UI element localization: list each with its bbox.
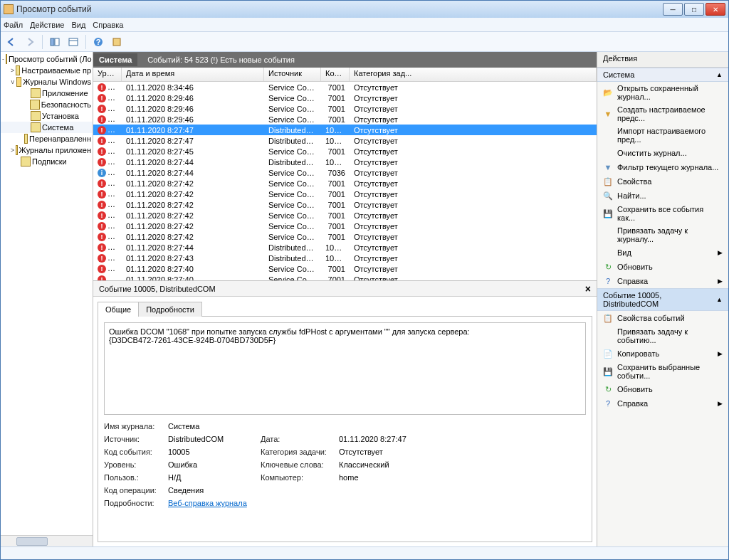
action-item[interactable]: 💾Сохранить все события как... xyxy=(597,203,728,224)
action-item[interactable]: Импорт настраиваемого пред... xyxy=(597,125,728,146)
table-row[interactable]: !О...01.11.2020 8:27:47DistributedC...10… xyxy=(93,135,597,146)
window-title: Просмотр событий xyxy=(16,4,663,14)
detail-header: Событие 10005, DistributedCOM × xyxy=(93,281,597,297)
action-item[interactable]: Вид▶ xyxy=(597,245,728,260)
properties-button[interactable] xyxy=(65,34,81,50)
refresh-toolbar-button[interactable] xyxy=(109,34,125,50)
table-row[interactable]: !О...01.11.2020 8:29:46Service Cont...70… xyxy=(93,114,597,125)
center-header: Система Событий: 54 523 (!) Есть новые с… xyxy=(93,52,597,68)
maximize-button[interactable]: □ xyxy=(684,3,704,16)
prop-kw-k: Ключевые слова: xyxy=(261,460,339,469)
table-row[interactable]: !О...01.11.2020 8:27:43DistributedC...10… xyxy=(93,253,597,263)
action-item[interactable]: ▼Фильтр текущего журнала... xyxy=(597,160,728,174)
tree-item[interactable]: Подписки xyxy=(1,156,93,167)
menu-view[interactable]: Вид xyxy=(71,21,85,29)
tree-item[interactable]: >Настраиваемые пр xyxy=(1,65,93,76)
action-item[interactable]: Привязать задачу к журналу... xyxy=(597,224,728,245)
table-row[interactable]: !О...01.11.2020 8:27:42Service Cont...70… xyxy=(93,210,597,221)
action-item[interactable]: ▼Создать настраиваемое предс... xyxy=(597,103,728,125)
action-item[interactable]: 📋Свойства xyxy=(597,174,728,189)
table-row[interactable]: !О...01.11.2020 8:27:42Service Cont...70… xyxy=(93,178,597,189)
action-item[interactable]: ?Справка▶ xyxy=(597,396,728,411)
tree-item[interactable]: vЖурналы Windows xyxy=(1,76,93,88)
table-row[interactable]: !О...01.11.2020 8:27:47DistributedC...10… xyxy=(93,125,597,135)
menu-file[interactable]: Файл xyxy=(4,21,23,29)
table-row[interactable]: !О...01.11.2020 8:27:40Service Cont...70… xyxy=(93,263,597,274)
actions-pane: Действия Система▲ 📂Открыть сохраненный ж… xyxy=(597,52,728,546)
toolbar: ? xyxy=(1,32,728,52)
forward-button[interactable] xyxy=(22,34,38,50)
action-item[interactable]: 📋Свойства событий xyxy=(597,311,728,325)
tree-item[interactable]: >Журналы приложен xyxy=(1,144,93,156)
tree-item[interactable]: -Просмотр событий (Ло xyxy=(1,53,93,65)
prop-info-k: Подробности: xyxy=(104,499,168,507)
col-source[interactable]: Источник xyxy=(264,68,321,81)
show-tree-button[interactable] xyxy=(47,34,63,50)
tree-item[interactable]: Система xyxy=(1,122,93,133)
table-row[interactable]: !О...01.11.2020 8:34:46Service Cont...70… xyxy=(93,82,597,93)
action-item[interactable]: 💾Сохранить выбранные событи... xyxy=(597,361,728,382)
svg-rect-1 xyxy=(55,38,59,46)
tab-general[interactable]: Общие xyxy=(98,302,139,317)
table-row[interactable]: !О...01.11.2020 8:29:46Service Cont...70… xyxy=(93,93,597,103)
titlebar: Просмотр событий ─ □ ✕ xyxy=(1,1,728,18)
help-button[interactable]: ? xyxy=(90,34,106,50)
tree-hscrollbar[interactable] xyxy=(1,535,93,546)
prop-op-k: Код операции: xyxy=(104,486,168,495)
tree-item[interactable]: Безопасность xyxy=(1,99,93,110)
center-header-title: Система xyxy=(93,53,137,66)
tree-item[interactable]: Приложение xyxy=(1,88,93,99)
action-item[interactable]: Привязать задачу к событию... xyxy=(597,325,728,347)
menu-action[interactable]: Действие xyxy=(30,21,64,29)
tab-details[interactable]: Подробности xyxy=(138,302,202,317)
back-button[interactable] xyxy=(4,34,19,50)
actions-section-system: Система▲ xyxy=(597,68,728,82)
action-item[interactable]: 📂Открыть сохраненный журнал... xyxy=(597,82,728,103)
prop-src-k: Источник: xyxy=(104,435,168,443)
prop-code-v: 10005 xyxy=(168,448,261,456)
table-row[interactable]: !О...01.11.2020 8:27:42Service Cont...70… xyxy=(93,231,597,242)
action-item[interactable]: Очистить журнал... xyxy=(597,146,728,160)
prop-src-v: DistributedCOM xyxy=(168,435,261,443)
table-row[interactable]: !О...01.11.2020 8:27:42Service Cont...70… xyxy=(93,199,597,210)
table-row[interactable]: !О...01.11.2020 8:27:42Service Cont...70… xyxy=(93,221,597,231)
menubar: Файл Действие Вид Справка xyxy=(1,18,728,32)
minimize-button[interactable]: ─ xyxy=(663,3,683,16)
collapse-icon[interactable]: ▲ xyxy=(716,296,723,303)
event-message: Ошибка DCOM "1068" при попытке запуска с… xyxy=(104,322,586,415)
prop-code-k: Код события: xyxy=(104,448,168,456)
web-help-link[interactable]: Веб-справка журнала xyxy=(168,499,247,507)
prop-log-k: Имя журнала: xyxy=(104,422,168,430)
table-row[interactable]: !О...01.11.2020 8:27:44DistributedC...10… xyxy=(93,157,597,167)
tree-item[interactable]: Перенаправленн xyxy=(1,133,93,144)
prop-log-v: Система xyxy=(168,422,261,430)
prop-comp-k: Компьютер: xyxy=(261,473,339,482)
close-button[interactable]: ✕ xyxy=(706,3,725,16)
col-code[interactable]: Код с... xyxy=(321,68,350,81)
table-row[interactable]: !О...01.11.2020 8:27:44DistributedC...10… xyxy=(93,242,597,253)
col-level[interactable]: Уров... xyxy=(93,68,122,81)
table-row[interactable]: iСв...01.11.2020 8:27:44Service Cont...7… xyxy=(93,167,597,178)
prop-lvl-k: Уровень: xyxy=(104,460,168,469)
svg-rect-2 xyxy=(69,38,78,46)
action-item[interactable]: 📄Копировать▶ xyxy=(597,347,728,361)
navigation-tree: -Просмотр событий (Ло>Настраиваемые прvЖ… xyxy=(1,52,93,535)
prop-op-v: Сведения xyxy=(168,486,261,495)
tree-item[interactable]: Установка xyxy=(1,110,93,122)
col-datetime[interactable]: Дата и время xyxy=(122,68,264,81)
action-item[interactable]: ↻Обновить xyxy=(597,260,728,274)
table-row[interactable]: !О...01.11.2020 8:27:42Service Cont...70… xyxy=(93,189,597,199)
actions-section-event: Событие 10005, DistributedCOM▲ xyxy=(597,288,728,311)
menu-help[interactable]: Справка xyxy=(93,21,123,29)
action-item[interactable]: ↻Обновить xyxy=(597,382,728,396)
grid-body[interactable]: !О...01.11.2020 8:34:46Service Cont...70… xyxy=(93,82,597,280)
table-row[interactable]: !О...01.11.2020 8:29:46Service Cont...70… xyxy=(93,103,597,114)
action-item[interactable]: ?Справка▶ xyxy=(597,274,728,288)
collapse-icon[interactable]: ▲ xyxy=(716,71,723,78)
table-row[interactable]: !О...01.11.2020 8:27:45Service Cont...70… xyxy=(93,146,597,157)
table-row[interactable]: !О...01.11.2020 8:27:40Service Cont...70… xyxy=(93,274,597,280)
prop-comp-v: home xyxy=(339,473,453,482)
detail-close-button[interactable]: × xyxy=(585,283,591,295)
col-category[interactable]: Категория зад... xyxy=(350,68,597,81)
action-item[interactable]: 🔍Найти... xyxy=(597,189,728,203)
